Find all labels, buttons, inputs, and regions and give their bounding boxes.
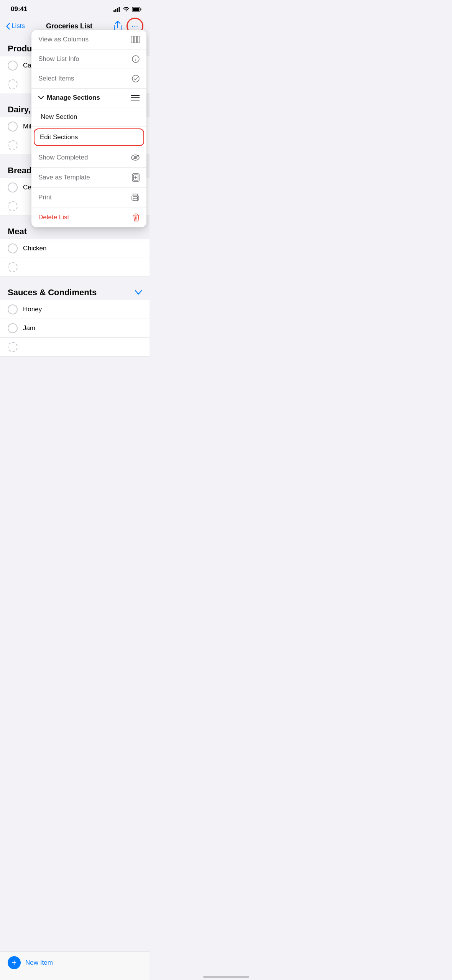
item-label: Honey xyxy=(23,306,42,313)
new-item-circle[interactable] xyxy=(8,262,18,272)
trash-icon xyxy=(133,213,140,222)
svg-rect-2 xyxy=(117,8,118,12)
svg-rect-25 xyxy=(133,194,138,196)
item-checkbox[interactable] xyxy=(8,183,18,192)
manage-sections-label: Manage Sections xyxy=(47,94,100,102)
item-checkbox[interactable] xyxy=(8,304,18,314)
svg-rect-7 xyxy=(133,8,140,11)
menu-item-edit-sections[interactable]: Edit Sections xyxy=(34,128,144,146)
status-time: 09:41 xyxy=(11,5,27,13)
menu-item-delete-list[interactable]: Delete List xyxy=(31,207,146,227)
more-dots-icon: ··· xyxy=(131,22,138,30)
info-icon: i xyxy=(132,55,140,63)
menu-item-label: Print xyxy=(38,194,52,201)
list-lines-icon xyxy=(131,95,140,101)
item-checkbox[interactable] xyxy=(8,61,18,71)
svg-rect-0 xyxy=(113,10,115,12)
menu-item-show-completed[interactable]: Show Completed xyxy=(31,148,146,168)
new-section-label: New Section xyxy=(41,113,77,121)
menu-item-label: Delete List xyxy=(38,214,69,221)
menu-item-label: Select Items xyxy=(38,75,74,82)
svg-point-27 xyxy=(137,197,138,198)
item-checkbox[interactable] xyxy=(8,323,18,333)
menu-item-edit-sections-wrapper[interactable]: Edit Sections xyxy=(31,127,146,148)
svg-rect-10 xyxy=(137,36,140,43)
section-header-sauces: Sauces & Condiments xyxy=(0,283,150,300)
menu-item-label: View as Columns xyxy=(38,36,89,43)
menu-manage-sections[interactable]: Manage Sections xyxy=(31,89,146,107)
menu-item-print[interactable]: Print xyxy=(31,188,146,207)
status-bar: 09:41 xyxy=(0,0,150,16)
menu-item-view-columns[interactable]: View as Columns xyxy=(31,30,146,49)
item-checkbox[interactable] xyxy=(8,243,18,253)
edit-sections-label: Edit Sections xyxy=(40,133,78,141)
new-item-circle[interactable] xyxy=(8,79,18,89)
svg-rect-9 xyxy=(134,36,136,43)
back-label: Lists xyxy=(12,22,25,30)
manage-sections-title: Manage Sections xyxy=(38,94,100,102)
checkmark-circle-icon xyxy=(132,75,140,82)
menu-item-show-list-info[interactable]: Show List Info i xyxy=(31,49,146,69)
menu-item-new-section[interactable]: New Section xyxy=(31,107,146,127)
columns-icon xyxy=(131,36,140,43)
wifi-icon xyxy=(123,7,130,12)
list-item[interactable] xyxy=(0,258,150,277)
chevron-down-icon xyxy=(38,96,44,100)
dropdown-menu[interactable]: View as Columns Show List Info i Select … xyxy=(31,30,146,227)
menu-item-label: Show Completed xyxy=(38,154,88,161)
item-label: Jam xyxy=(23,324,35,332)
item-label: Chicken xyxy=(23,245,46,252)
section-title-sauces: Sauces & Condiments xyxy=(8,288,97,298)
menu-item-save-template[interactable]: Save as Template xyxy=(31,168,146,188)
print-icon xyxy=(131,194,140,201)
save-template-icon xyxy=(132,173,140,182)
svg-rect-26 xyxy=(133,198,138,201)
back-chevron-icon xyxy=(6,23,10,30)
svg-rect-8 xyxy=(131,36,133,43)
menu-item-select-items[interactable]: Select Items xyxy=(31,69,146,89)
eye-icon xyxy=(131,155,140,161)
new-item-circle[interactable] xyxy=(8,140,18,150)
svg-rect-3 xyxy=(119,7,120,12)
section-collapse-icon[interactable] xyxy=(135,290,142,295)
menu-item-label: Save as Template xyxy=(38,174,90,181)
status-icons xyxy=(113,7,142,12)
list-item[interactable]: Honey xyxy=(0,300,150,319)
svg-rect-6 xyxy=(141,8,141,10)
svg-rect-1 xyxy=(115,9,117,12)
new-item-circle[interactable] xyxy=(8,201,18,211)
list-item[interactable] xyxy=(0,338,150,357)
battery-icon xyxy=(132,7,142,12)
page-title: Groceries List xyxy=(46,22,92,30)
svg-text:i: i xyxy=(135,57,136,62)
back-button[interactable]: Lists xyxy=(6,22,25,30)
signal-icon xyxy=(113,7,120,12)
menu-item-label: Show List Info xyxy=(38,55,79,63)
list-item[interactable]: Chicken xyxy=(0,239,150,258)
new-item-circle[interactable] xyxy=(8,342,18,352)
list-item[interactable]: Jam xyxy=(0,319,150,338)
item-checkbox[interactable] xyxy=(8,122,18,132)
svg-point-4 xyxy=(126,10,127,12)
